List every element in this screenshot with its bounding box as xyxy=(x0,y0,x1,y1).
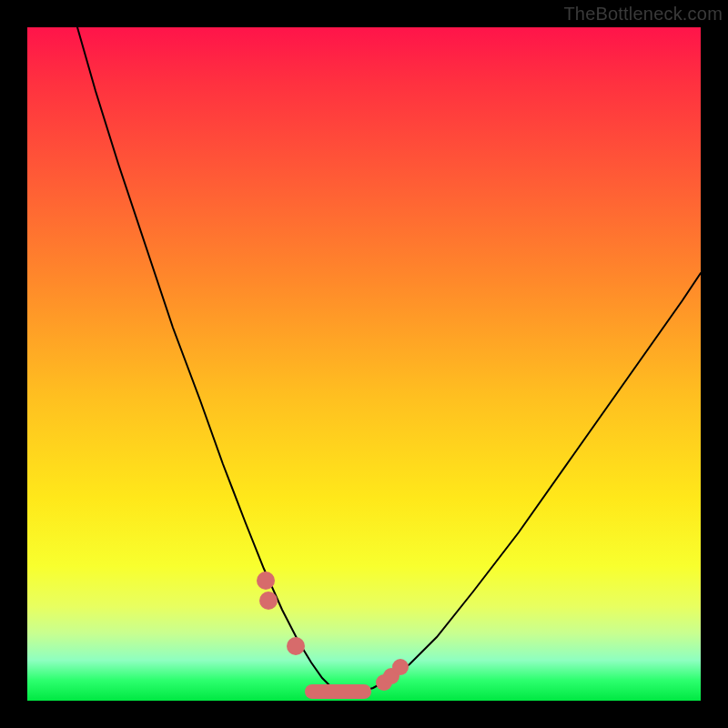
valley-band xyxy=(305,684,371,699)
curve-svg xyxy=(27,27,701,701)
highlight-marker xyxy=(392,659,409,675)
chart-frame: TheBottleneck.com xyxy=(0,0,728,728)
highlight-marker xyxy=(259,592,278,610)
watermark-text: TheBottleneck.com xyxy=(563,4,723,25)
highlight-marker xyxy=(257,571,275,590)
bottleneck-curve xyxy=(77,27,701,693)
highlight-marker xyxy=(287,637,305,655)
plot-area xyxy=(27,27,701,701)
highlight-markers xyxy=(257,571,409,691)
